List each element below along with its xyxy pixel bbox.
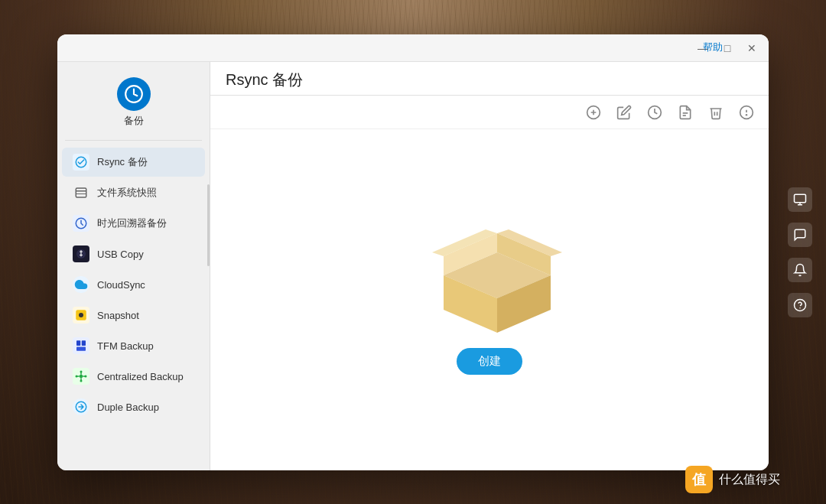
delete-button[interactable] [706,102,726,122]
duple-label: Duple Backup [97,402,159,413]
svg-point-13 [79,313,83,317]
svg-point-25 [85,376,87,378]
svg-point-24 [76,376,78,378]
sidebar-item-filesystem[interactable]: 文件系统快照 [62,178,205,207]
monitor-icon[interactable] [788,187,812,212]
centralized-icon [73,368,89,385]
window-body: 备份 Rsync 备份 [57,62,769,470]
content-area: 创建 [210,129,769,470]
watermark-logo: 值 [685,466,713,493]
sidebar-item-snapshot[interactable]: Snapshot [62,301,205,330]
svg-rect-0 [795,194,806,203]
edit-button[interactable] [614,102,634,122]
sidebar-item-timemachine[interactable]: 时光回溯器备份 [62,209,205,238]
cloudsync-label: CloudSync [97,279,145,291]
page-title: Rsync 备份 [226,70,303,90]
sidebar: 备份 Rsync 备份 [57,62,210,470]
main-content: Rsync 备份 [210,62,769,470]
sidebar-scrollbar[interactable] [207,184,210,266]
box-svg [421,226,574,333]
sidebar-divider [65,140,202,141]
chat-icon[interactable] [788,223,812,247]
sidebar-item-tfmbackup[interactable]: TFM Backup [62,331,205,360]
titlebar: 帮助 — □ ✕ [57,34,769,62]
app-header: Rsync 备份 [210,62,769,96]
usbcopy-label: USB Copy [97,249,144,260]
sidebar-item-cloudsync[interactable]: CloudSync [62,270,205,299]
timemachine-label: 时光回溯器备份 [97,216,167,230]
create-button[interactable]: 创建 [457,348,522,375]
watermark-text: 什么值得买 [719,472,780,488]
filesystem-label: 文件系统快照 [97,186,157,200]
clock-icon [124,84,144,104]
main-window: 帮助 — □ ✕ 备份 [57,34,769,470]
schedule-button[interactable] [645,102,665,122]
right-sidebar [788,187,812,317]
cloud-icon [73,276,89,293]
more-button[interactable] [737,102,756,122]
svg-rect-7 [76,188,86,197]
watermark: 值 什么值得买 [685,466,780,493]
svg-point-17 [80,375,83,379]
help-button[interactable]: 帮助 [703,41,723,54]
rsync-label: Rsync 备份 [97,155,148,169]
help-circle-icon[interactable] [788,293,812,317]
sidebar-app-icon [117,77,151,111]
svg-rect-15 [82,340,86,346]
snapshot-icon [73,307,89,324]
sidebar-header: 备份 [57,70,210,140]
usb-icon [73,245,89,262]
add-button[interactable] [584,102,603,122]
sidebar-item-usbcopy[interactable]: USB Copy [62,239,205,268]
svg-rect-16 [76,347,86,351]
bell-icon[interactable] [788,258,812,282]
snapshot-label: Snapshot [97,310,139,321]
toolbar [210,96,769,129]
centralized-label: Centralized Backup [97,371,184,382]
sidebar-app-label: 备份 [124,114,144,128]
tfmbackup-label: TFM Backup [97,340,154,352]
timemachine-icon [73,215,89,232]
log-button[interactable] [675,102,695,122]
sidebar-item-duple[interactable]: Duple Backup [62,392,205,421]
rsync-icon [73,154,89,171]
tfm-icon [73,337,89,354]
sidebar-item-centralized[interactable]: Centralized Backup [62,362,205,391]
svg-point-22 [80,371,83,373]
sidebar-item-rsync[interactable]: Rsync 备份 [62,148,205,177]
duple-icon [73,398,89,415]
filesystem-icon [73,184,89,201]
svg-rect-14 [76,340,80,346]
svg-point-23 [80,380,83,382]
maximize-button[interactable]: □ [721,42,733,54]
empty-state-illustration [421,226,558,325]
close-button[interactable]: ✕ [746,42,758,54]
